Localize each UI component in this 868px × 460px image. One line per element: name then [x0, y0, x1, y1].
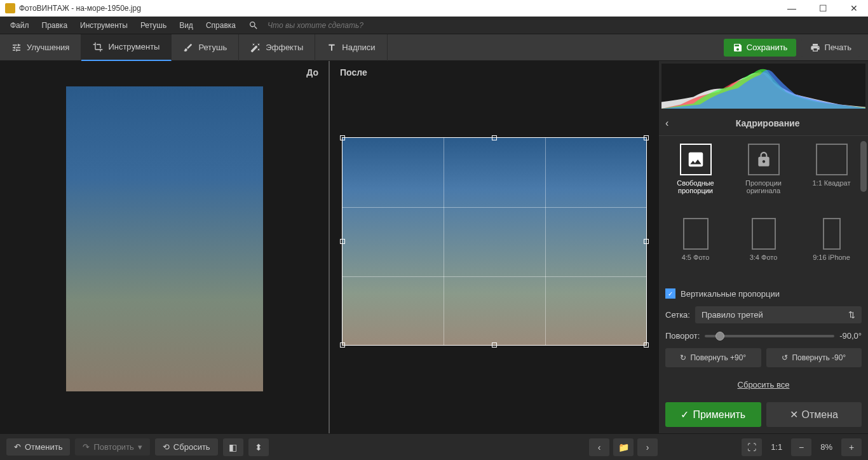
menu-view[interactable]: Вид [174, 18, 198, 32]
menu-help[interactable]: Справка [201, 18, 241, 32]
rotate-value: -90,0° [839, 331, 862, 341]
reset-icon: ⟲ [163, 442, 170, 452]
tab-enhance[interactable]: Улучшения [0, 34, 81, 61]
preset-9-16[interactable]: 9:16 iPhone [800, 215, 863, 277]
tab-retouch[interactable]: Ретушь [172, 34, 239, 61]
maximize-button[interactable]: ☐ [814, 2, 832, 15]
text-icon [327, 43, 337, 53]
menu-tools[interactable]: Инструменты [75, 18, 133, 32]
search-box[interactable]: Что вы хотите сделать? [248, 18, 369, 32]
after-image-wrap[interactable] [342, 137, 647, 346]
crop-handle-bm[interactable] [492, 342, 497, 348]
rotate-label: Поворот: [665, 331, 700, 341]
preset-3-4[interactable]: 3:4 Фото [732, 215, 795, 277]
vertical-checkbox-row[interactable]: ✓ Вертикальные пропорции [665, 288, 862, 299]
apply-button[interactable]: ✓ Применить [665, 402, 761, 427]
rotate-slider[interactable] [705, 335, 834, 337]
close-button[interactable]: ✕ [845, 2, 863, 15]
chevron-down-icon: ▾ [138, 442, 142, 452]
crop-handle-tm[interactable] [492, 135, 497, 140]
tab-effects[interactable]: Эффекты [239, 34, 315, 61]
bottom-bar: ↶ Отменить ↷ Повторить ▾ ⟲ Сбросить ◧ ⬍ … [0, 433, 868, 460]
search-icon [248, 20, 259, 30]
menu-retouch[interactable]: Ретушь [135, 18, 172, 32]
check-icon: ✓ [681, 409, 689, 421]
crop-overlay[interactable] [342, 137, 647, 346]
crop-handle-br[interactable] [644, 342, 649, 348]
preview-after: После [330, 61, 658, 433]
preset-free[interactable]: Свободные пропорции [664, 141, 727, 210]
cancel-button[interactable]: ✕ Отмена [766, 402, 862, 427]
zoom-percent: 8% [815, 442, 837, 452]
grid-label: Сетка: [665, 310, 690, 320]
chevron-updown-icon: ⇅ [848, 310, 855, 320]
zoom-ratio[interactable]: 1:1 [766, 442, 787, 452]
title-bar: ФотоВИНТАЖ - на-море-1950е.jpg — ☐ ✕ [0, 0, 868, 17]
folder-button[interactable]: 📁 [613, 438, 634, 456]
minimize-button[interactable]: — [782, 2, 801, 15]
compare-button[interactable]: ◧ [223, 438, 243, 456]
crop-handle-rm[interactable] [644, 239, 649, 244]
wand-icon [250, 43, 261, 53]
preset-square[interactable]: 1:1 Квадрат [800, 141, 863, 210]
before-image [66, 86, 263, 391]
print-icon [810, 43, 820, 53]
save-button[interactable]: Сохранить [724, 39, 797, 57]
close-icon: ✕ [790, 409, 798, 421]
rotate-ccw-icon: ↺ [782, 353, 788, 362]
reset-button[interactable]: ⟲ Сбросить [155, 438, 218, 456]
tab-tools[interactable]: Инструменты [81, 34, 172, 61]
crop-icon [93, 42, 103, 52]
crop-presets: Свободные пропорции Пропорции оригинала … [659, 136, 868, 282]
zoom-out-button[interactable]: − [791, 438, 811, 456]
main-toolbar: Улучшения Инструменты Ретушь Эффекты Над… [0, 34, 868, 61]
app-icon [5, 3, 15, 13]
fit-button[interactable]: ⛶ [742, 438, 762, 456]
window-title: ФотоВИНТАЖ - на-море-1950е.jpg [19, 4, 141, 13]
after-label: После [340, 67, 367, 78]
vertical-checkbox[interactable]: ✓ [665, 288, 675, 299]
reset-all-link[interactable]: Сбросить все [665, 380, 862, 389]
right-panel: ‹ Кадрирование Свободные пропорции Пропо… [658, 61, 868, 433]
preset-original[interactable]: Пропорции оригинала [732, 141, 795, 210]
menu-edit[interactable]: Правка [37, 18, 73, 32]
undo-icon: ↶ [14, 442, 21, 452]
split-button[interactable]: ⬍ [248, 438, 269, 456]
panel-title: Кадрирование [674, 118, 862, 128]
histogram [661, 64, 865, 109]
crop-handle-bl[interactable] [340, 342, 345, 348]
sliders-icon [11, 43, 22, 53]
panel-header: ‹ Кадрирование [659, 111, 868, 136]
preset-scrollbar[interactable] [860, 141, 867, 192]
crop-handle-tl[interactable] [340, 135, 345, 140]
rotate-plus-button[interactable]: ↻ Повернуть +90° [665, 348, 761, 367]
save-icon [733, 43, 743, 53]
next-button[interactable]: › [637, 438, 658, 456]
rotate-minus-button[interactable]: ↺ Повернуть -90° [766, 348, 862, 367]
menu-bar: Файл Правка Инструменты Ретушь Вид Справ… [0, 17, 868, 34]
back-button[interactable]: ‹ [665, 118, 668, 129]
search-placeholder: Что вы хотите сделать? [262, 18, 369, 32]
print-button[interactable]: Печать [801, 39, 860, 57]
rotate-cw-icon: ↻ [680, 353, 686, 362]
grid-select[interactable]: Правило третей ⇅ [695, 306, 862, 323]
crop-handle-lm[interactable] [340, 239, 345, 244]
redo-button[interactable]: ↷ Повторить ▾ [75, 438, 149, 456]
rotate-slider-thumb[interactable] [715, 332, 724, 341]
tab-text[interactable]: Надписи [315, 34, 387, 61]
crop-handle-tr[interactable] [644, 135, 649, 140]
prev-button[interactable]: ‹ [589, 438, 609, 456]
brush-icon [183, 43, 193, 53]
redo-icon: ↷ [83, 442, 90, 452]
before-label: До [306, 67, 318, 78]
menu-file[interactable]: Файл [5, 18, 34, 32]
undo-button[interactable]: ↶ Отменить [6, 438, 70, 456]
preview-area: До После [0, 61, 658, 433]
zoom-in-button[interactable]: + [841, 438, 862, 456]
preset-4-5[interactable]: 4:5 Фото [664, 215, 727, 277]
preview-before: До [0, 61, 330, 433]
